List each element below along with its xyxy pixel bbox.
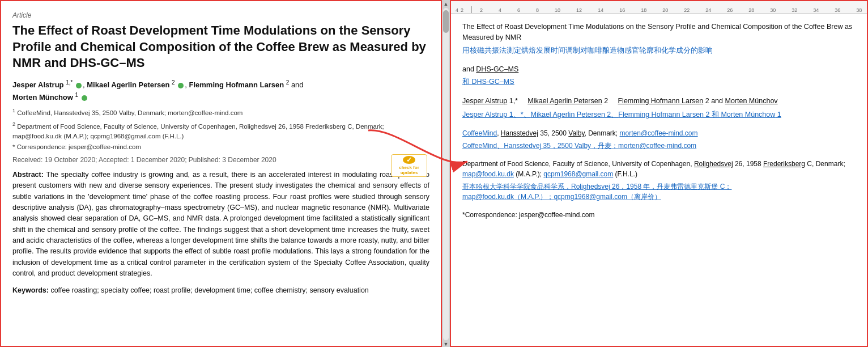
correspondence-text: Correspondence: jesper@coffee-mind.com <box>17 143 141 150</box>
affil1-name-en: CoffeeMind <box>462 129 497 137</box>
right-title-zh: 用核磁共振法测定烘焙发展时间调制对咖啡酿造物感官轮廓和化学成分的影响 <box>462 45 856 56</box>
right-content: The Effect of Roast Development Time Mod… <box>451 14 867 228</box>
affil2-text: Department of Food Science, Faculty of S… <box>12 122 384 139</box>
right-affil2-zh: 哥本哈根大学科学学院食品科学系，Rolighedsvej 26，1958 年，丹… <box>462 181 856 202</box>
ruler-label: 8 <box>536 7 539 13</box>
scroll-up-arrow[interactable]: ▲ <box>444 1 449 7</box>
affil1-city-en: Valby <box>568 129 584 137</box>
affil1-street-zh: Hansstedvej <box>504 142 541 150</box>
ruler-label: 32 <box>792 7 797 13</box>
author-zh-4: Morten Münchow <box>721 111 775 119</box>
ruler-label: 30 <box>770 7 776 13</box>
scroll-down-arrow[interactable]: ▼ <box>444 341 449 347</box>
ruler: 4 2 2 4 6 8 10 12 14 16 18 20 22 24 26 2… <box>451 1 867 14</box>
ruler-label: 16 <box>619 7 625 13</box>
keywords-label: Keywords: <box>12 286 49 294</box>
author-en-2: Mikael Agerlin Petersen <box>527 97 602 105</box>
author-zh-2: Mikael Agerlin Petersen <box>531 111 605 119</box>
author-line1: Jesper Alstrup 1,* , Mikael Agerlin Pete… <box>12 81 304 89</box>
ruler-label: 18 <box>641 7 646 13</box>
right-affil1-en: CoffeeMind, Hansstedvej 35, 2500 Valby, … <box>462 128 856 138</box>
left-panel: Article The Effect of Roast Development … <box>0 0 442 347</box>
right-affil1-zh: CoffeeMind、Hansstedvej 35，2500 Valby，丹麦；… <box>462 141 856 151</box>
right-subtitle-zh-text: DHS-GC–MS <box>471 78 514 86</box>
affil2-city-en: Frederiksberg <box>763 160 805 168</box>
right-subtitle-zh: 和 DHS-GC–MS <box>462 76 856 87</box>
affil2-street-en: Rolighedsvej <box>694 160 733 168</box>
ruler-label: 12 <box>576 7 582 13</box>
affil1-city-zh: Valby <box>575 142 591 150</box>
ruler-label: 2 <box>480 7 483 13</box>
ruler-label: 22 <box>684 7 690 13</box>
affil2-email1-en: map@food.ku.dk <box>462 170 514 178</box>
ruler-marks: 4 2 2 4 6 8 10 12 14 16 18 20 22 24 26 2… <box>451 1 867 13</box>
affil1-email-zh: morten@coffee-mind.com <box>618 142 696 150</box>
ruler-label: 38 <box>856 7 862 13</box>
ruler-label: 2 <box>461 7 463 13</box>
author-en-4: Morten Münchov <box>725 97 777 105</box>
article-label: Article <box>12 11 429 19</box>
right-authors-zh: Jesper Alstrup 1、*、Mikael Agerlin Peters… <box>462 109 856 120</box>
author-line2: Morten Münchow 1 <box>12 93 88 101</box>
right-subtitle-en: and DHS-GC–MS <box>462 64 856 75</box>
right-correspondence: *Correspondence: jesper@coffee-mind.com <box>462 210 856 221</box>
right-authors-en: Jesper Alstrup 1,* Mikael Agerlin Peters… <box>462 95 856 107</box>
right-affil2-en: Department of Food Science, Faculty of S… <box>462 159 856 179</box>
ruler-label: 20 <box>662 7 668 13</box>
affil2-email2-en: qcpm1968@gmail.com <box>543 170 613 178</box>
affil2-email1-zh: map@food.ku.dk <box>462 193 514 201</box>
article-title: The Effect of Roast Development Time Mod… <box>12 23 429 71</box>
keywords-text: coffee roasting; specialty coffee; roast… <box>50 286 368 294</box>
affil2-number: 2 <box>12 121 15 127</box>
scrollbar[interactable]: ▲ ▼ <box>442 0 450 347</box>
author-en-3: Flemming Hofmann Larsen <box>618 97 703 105</box>
affil1-number: 1 <box>12 108 15 113</box>
scroll-track[interactable] <box>443 8 449 340</box>
affil1-email-en: morten@coffee-mind.com <box>620 129 698 137</box>
ruler-label: 34 <box>813 7 819 13</box>
right-title-zh-text: 用核磁共振法测定烘焙发展时间调制对咖啡酿造物感官轮廓和化学成分的影响 <box>462 46 713 54</box>
affiliations: 1 CoffeeMind, Hansstedvej 35, 2500 Valby… <box>12 107 429 118</box>
author-zh-3: Flemming Hofmann Larsen <box>618 111 704 119</box>
ruler-label: 10 <box>555 7 560 13</box>
ruler-label: 4 <box>456 7 458 13</box>
ruler-label: 4 <box>499 7 501 13</box>
abstract-text: The specialty coffee industry is growing… <box>12 171 429 277</box>
authors: Jesper Alstrup 1,* , Mikael Agerlin Pete… <box>12 78 429 103</box>
ruler-label: 28 <box>748 7 754 13</box>
scroll-thumb[interactable] <box>443 10 449 33</box>
abstract-label: Abstract: <box>12 171 44 179</box>
check-updates-badge[interactable]: ✓ check for updates <box>391 154 427 177</box>
ruler-label: 36 <box>835 7 840 13</box>
ruler-label: 6 <box>517 7 520 13</box>
ruler-label: 26 <box>727 7 733 13</box>
right-title-en-text: The Effect of Roast Development Time Mod… <box>462 23 852 41</box>
author-en-1: Jesper Alstrup <box>462 97 507 105</box>
affil1-street-en: Hansstedvej <box>501 129 538 137</box>
right-correspondence-text: *Correspondence: jesper@coffee-mind.com <box>462 211 594 219</box>
right-panel: 4 2 2 4 6 8 10 12 14 16 18 20 22 24 26 2… <box>450 0 868 347</box>
author-zh-1: Jesper Alstrup <box>462 111 507 119</box>
check-updates-label: check for updates <box>393 165 426 175</box>
keywords: Keywords: coffee roasting; specialty cof… <box>12 285 429 296</box>
affil1-text: CoffeeMind, Hansstedvej 35, 2500 Valby, … <box>17 109 242 116</box>
right-title-en: The Effect of Roast Development Time Mod… <box>462 22 856 43</box>
check-icon: ✓ <box>403 156 415 164</box>
abstract: Abstract: The specialty coffee industry … <box>12 170 429 280</box>
affiliations-2: 2 Department of Food Science, Faculty of… <box>12 121 429 141</box>
affil1-name-zh: CoffeeMind <box>462 142 497 150</box>
ruler-label: 14 <box>598 7 603 13</box>
correspondence-left: * Correspondence: jesper@coffee-mind.com <box>12 143 429 150</box>
ruler-label: 24 <box>705 7 711 13</box>
affil2-street-zh: Rolighedsvej <box>571 183 610 191</box>
received-line: Received: 19 October 2020; Accepted: 1 D… <box>12 156 429 164</box>
affil2-email2-zh: qcpmg1968@gmail.com <box>554 193 627 201</box>
right-subtitle-en-text: DHS-GC–MS <box>476 65 518 73</box>
